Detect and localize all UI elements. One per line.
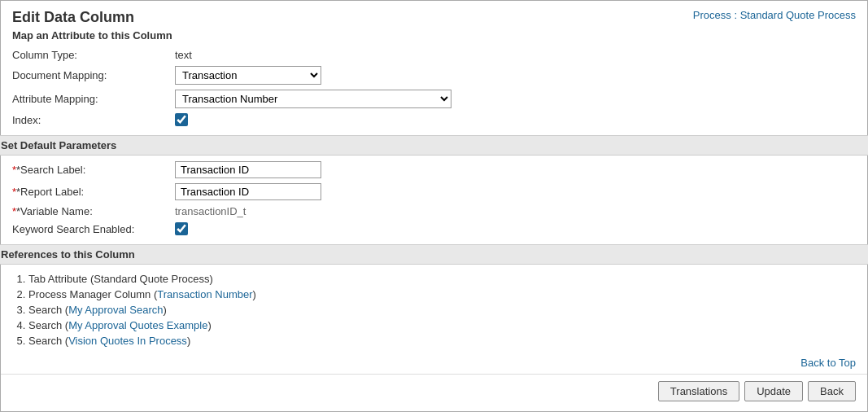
back-to-top-link[interactable]: Back to Top xyxy=(800,357,856,369)
footer: Translations Update Back xyxy=(1,374,867,408)
attribute-mapping-row: Attribute Mapping: Transaction Number xyxy=(12,87,856,111)
process-link[interactable]: Process : Standard Quote Process xyxy=(693,9,856,21)
ref-link-2[interactable]: Transaction Number xyxy=(157,288,252,300)
variable-name-row: **Variable Name: transactionID_t xyxy=(12,203,856,220)
back-button[interactable]: Back xyxy=(808,381,856,401)
references-content: Tab Attribute (Standard Quote Process) P… xyxy=(1,268,867,352)
index-row: Index: xyxy=(12,111,856,129)
page-title: Edit Data Column xyxy=(12,9,134,26)
ref-text-1: Tab Attribute (Standard Quote Process) xyxy=(28,273,213,285)
report-label-input[interactable] xyxy=(175,183,321,200)
keyword-search-checkbox[interactable] xyxy=(175,222,188,235)
attribute-mapping-select[interactable]: Transaction Number xyxy=(175,90,451,108)
ref-suffix-4: ) xyxy=(207,319,211,331)
list-item: Search (Vision Quotes In Process) xyxy=(28,333,856,348)
update-button[interactable]: Update xyxy=(744,381,803,401)
report-label-label: **Report Label: xyxy=(12,186,175,198)
list-item: Tab Attribute (Standard Quote Process) xyxy=(28,271,856,287)
keyword-search-row: Keyword Search Enabled: xyxy=(12,220,856,238)
list-item: Search (My Approval Search) xyxy=(28,302,856,318)
subtitle: Map an Attribute to this Column xyxy=(1,29,867,46)
ref-suffix-5: ) xyxy=(187,335,190,347)
list-item: Search (My Approval Quotes Example) xyxy=(28,318,856,333)
variable-name-value: transactionID_t xyxy=(175,205,246,217)
translations-button[interactable]: Translations xyxy=(658,381,739,401)
references-section-header: References to this Column xyxy=(0,244,868,265)
ref-prefix-3: Search ( xyxy=(28,304,68,316)
back-to-top-container: Back to Top xyxy=(1,352,867,374)
keyword-search-label: Keyword Search Enabled: xyxy=(12,223,175,235)
main-content: Column Type: text Document Mapping: Tran… xyxy=(1,46,867,129)
column-type-value: text xyxy=(175,49,192,61)
search-label-row: **Search Label: xyxy=(12,159,856,181)
column-type-row: Column Type: text xyxy=(12,46,856,64)
ref-link-3[interactable]: My Approval Search xyxy=(68,304,163,316)
search-label-input[interactable] xyxy=(175,161,321,178)
references-list: Tab Attribute (Standard Quote Process) P… xyxy=(12,268,856,352)
ref-prefix-2: Process Manager Column ( xyxy=(28,288,157,300)
ref-link-5[interactable]: Vision Quotes In Process xyxy=(68,335,187,347)
document-mapping-label: Document Mapping: xyxy=(12,69,175,81)
column-type-label: Column Type: xyxy=(12,49,175,61)
ref-suffix-3: ) xyxy=(163,304,166,316)
ref-prefix-5: Search ( xyxy=(28,335,68,347)
report-label-row: **Report Label: xyxy=(12,181,856,203)
top-bar: Edit Data Column Process : Standard Quot… xyxy=(1,1,867,29)
document-mapping-row: Document Mapping: Transaction xyxy=(12,64,856,87)
index-label: Index: xyxy=(12,114,175,126)
list-item: Process Manager Column (Transaction Numb… xyxy=(28,287,856,302)
variable-name-label: **Variable Name: xyxy=(12,205,175,217)
defaults-section-header: Set Default Parameters xyxy=(0,135,868,156)
document-mapping-select[interactable]: Transaction xyxy=(175,66,321,85)
page-container: Edit Data Column Process : Standard Quot… xyxy=(0,0,868,412)
defaults-content: **Search Label: **Report Label: **Variab… xyxy=(1,159,867,238)
attribute-mapping-label: Attribute Mapping: xyxy=(12,93,175,105)
ref-link-4[interactable]: My Approval Quotes Example xyxy=(68,319,207,331)
index-checkbox[interactable] xyxy=(175,113,188,126)
search-label-label: **Search Label: xyxy=(12,164,175,176)
ref-prefix-4: Search ( xyxy=(28,319,68,331)
ref-suffix-2: ) xyxy=(253,288,256,300)
